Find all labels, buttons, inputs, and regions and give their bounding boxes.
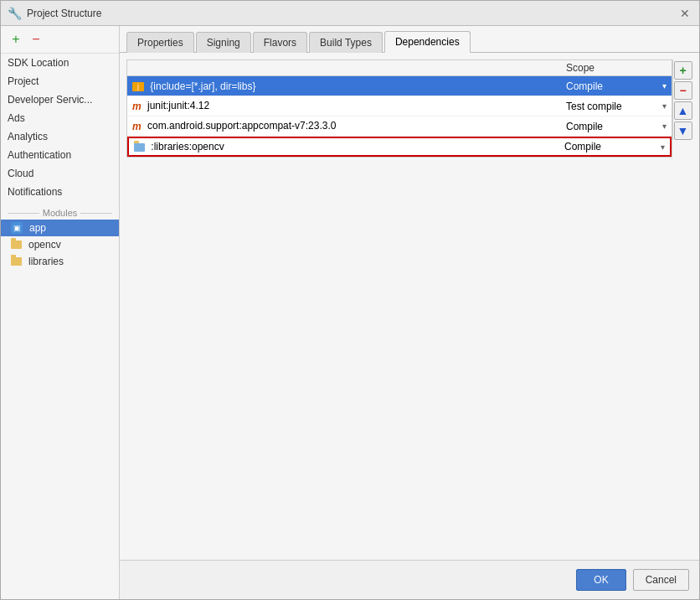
tab-dependencies[interactable]: Dependencies: [384, 31, 471, 53]
tab-flavors[interactable]: Flavors: [253, 32, 307, 53]
dep-row-3-scope: Compile ▾: [566, 121, 667, 132]
sidebar-item-developer-services[interactable]: Developer Servic...: [1, 91, 119, 109]
dep-row-1-name: j {include=[*.jar], dir=libs}: [132, 80, 566, 92]
title-bar: 🔧 Project Structure ✕: [1, 1, 699, 26]
dep-row-3-name: m com.android.support:appcompat-v7:23.3.…: [132, 120, 566, 132]
dep-row-4-scope: Compile ▾: [564, 141, 665, 153]
sidebar-add-button[interactable]: +: [8, 31, 24, 48]
sidebar-item-ads[interactable]: Ads: [1, 109, 119, 127]
project-structure-dialog: 🔧 Project Structure ✕ + − SDK Location P…: [0, 0, 700, 600]
sidebar-item-sdk-location[interactable]: SDK Location: [1, 54, 119, 72]
jar-icon: j: [132, 82, 144, 91]
tab-signing[interactable]: Signing: [196, 32, 251, 53]
library-folder-icon: [134, 143, 145, 152]
ok-button[interactable]: OK: [576, 569, 625, 591]
scope-dropdown-arrow-4: ▾: [661, 142, 665, 152]
opencv-folder-icon: [11, 241, 22, 249]
sidebar-module-app[interactable]: app: [1, 220, 119, 236]
move-down-button[interactable]: ▼: [674, 122, 692, 140]
cancel-button[interactable]: Cancel: [633, 569, 689, 591]
modules-section-label: Modules: [1, 201, 119, 220]
scope-dropdown-arrow-1: ▾: [662, 81, 667, 91]
scope-header-text: Scope: [566, 62, 667, 74]
sidebar-module-app-label: app: [29, 222, 46, 234]
dep-row-2[interactable]: m junit:junit:4.12 Test compile ▾: [127, 96, 672, 116]
sidebar-item-analytics[interactable]: Analytics: [1, 127, 119, 146]
scope-dropdown-arrow-3: ▾: [662, 122, 667, 131]
sidebar-item-project[interactable]: Project: [1, 72, 119, 91]
scope-dropdown-arrow-2: ▾: [662, 101, 667, 111]
sidebar-module-libraries[interactable]: libraries: [1, 253, 119, 270]
dep-row-3[interactable]: m com.android.support:appcompat-v7:23.3.…: [127, 116, 672, 137]
close-button[interactable]: ✕: [677, 6, 692, 21]
move-up-button[interactable]: ▲: [674, 101, 692, 120]
maven-icon-2: m: [132, 101, 142, 112]
dep-row-4[interactable]: :libraries:opencv Compile ▾: [127, 137, 672, 157]
dep-row-1-scope: Compile ▾: [566, 80, 667, 92]
sidebar-module-opencv[interactable]: opencv: [1, 236, 119, 253]
dependencies-table-area: Scope j {include=[*.jar], dir=libs}: [120, 53, 699, 560]
maven-icon-3: m: [132, 121, 142, 132]
bottom-bar: OK Cancel: [120, 560, 699, 599]
dep-row-1[interactable]: j {include=[*.jar], dir=libs} Compile ▾: [127, 76, 672, 96]
add-dependency-button[interactable]: +: [674, 61, 692, 80]
dep-row-2-scope: Test compile ▾: [566, 101, 667, 112]
sidebar-remove-button[interactable]: −: [28, 31, 44, 48]
side-action-buttons: + − ▲ ▼: [672, 59, 692, 140]
sidebar-module-libraries-label: libraries: [28, 256, 64, 267]
sidebar-item-cloud[interactable]: Cloud: [1, 164, 119, 183]
tabs-bar: Properties Signing Flavors Build Types D…: [120, 26, 699, 53]
app-module-icon: [11, 222, 23, 234]
sidebar-item-authentication[interactable]: Authentication: [1, 146, 119, 164]
sidebar-item-notifications[interactable]: Notifications: [1, 183, 119, 201]
remove-dependency-button[interactable]: −: [674, 81, 692, 100]
sidebar: + − SDK Location Project Developer Servi…: [1, 26, 120, 599]
dep-row-2-name: m junit:junit:4.12: [132, 100, 566, 112]
sidebar-module-opencv-label: opencv: [28, 239, 61, 251]
main-panel: Properties Signing Flavors Build Types D…: [120, 26, 699, 599]
dialog-title-icon: 🔧: [8, 7, 22, 20]
tab-build-types[interactable]: Build Types: [309, 32, 383, 53]
content-area: + − SDK Location Project Developer Servi…: [1, 26, 699, 599]
sidebar-toolbar: + −: [1, 26, 119, 54]
dialog-title: Project Structure: [27, 8, 101, 19]
libraries-folder-icon: [11, 257, 22, 266]
tab-properties[interactable]: Properties: [126, 32, 194, 53]
dependencies-rows: j {include=[*.jar], dir=libs} Compile ▾: [127, 76, 672, 157]
scope-header: Scope: [127, 60, 672, 76]
dep-row-4-name: :libraries:opencv: [134, 141, 564, 153]
